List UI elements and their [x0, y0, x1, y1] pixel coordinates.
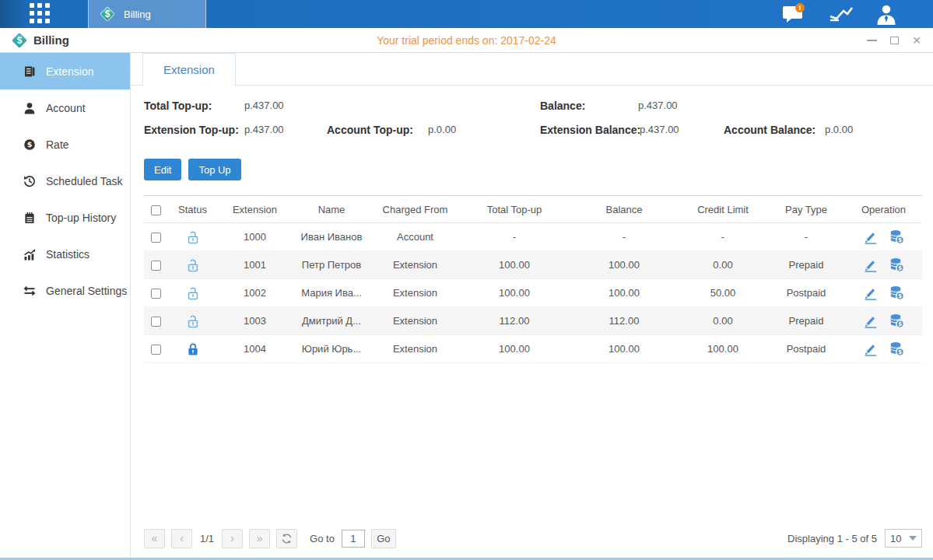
prev-page-button[interactable]: ‹ [171, 529, 192, 548]
summary-panel: Total Top-up: p.437.00 Balance: p.437.00… [131, 98, 933, 148]
page-size-value: 10 [890, 533, 901, 544]
edit-pencil-icon[interactable] [863, 230, 878, 244]
close-icon[interactable]: × [911, 35, 922, 46]
sidebar-item-label: Scheduled Task [46, 175, 123, 187]
balance-cell: 100.00 [570, 279, 679, 307]
row-checkbox[interactable] [151, 261, 161, 271]
account-balance-label: Account Balance: [724, 124, 815, 136]
charged-from-cell: Account [371, 223, 459, 251]
sidebar-item-topup-history[interactable]: Top-up History [0, 199, 130, 236]
row-checkbox[interactable] [151, 345, 161, 355]
edit-pencil-icon[interactable] [863, 314, 878, 328]
sidebar-item-account[interactable]: Account [0, 89, 130, 126]
topup-coins-icon[interactable]: $ [889, 341, 905, 356]
apps-grid-icon[interactable] [30, 3, 51, 25]
balance-cell: - [570, 223, 679, 251]
unlocked-icon [186, 314, 200, 328]
window-controls: × [866, 35, 922, 46]
extension-icon [23, 65, 36, 78]
extension-topup-label: Extension Top-up: [144, 124, 239, 136]
messages-icon[interactable]: ! [782, 3, 807, 25]
total-topup-cell: - [459, 223, 570, 251]
refresh-icon[interactable] [276, 529, 297, 548]
name-cell: Иван Иванов [292, 223, 371, 251]
account-topup-value: p.0.00 [428, 124, 456, 135]
main-content: Extension Total Top-up: p.437.00 Balance… [131, 53, 933, 558]
maximize-icon[interactable] [889, 35, 900, 46]
unlocked-icon [186, 230, 200, 244]
first-page-button[interactable]: « [144, 529, 165, 548]
table-row: 1001 Петр Петров Extension 100.00 100.00… [144, 251, 922, 279]
account-balance-value: p.0.00 [825, 124, 853, 135]
pay-type-cell: Prepaid [767, 307, 845, 335]
sidebar-item-extension[interactable]: Extension [0, 53, 130, 89]
total-topup-label: Total Top-up: [144, 100, 212, 112]
status-cell [167, 223, 218, 251]
row-checkbox[interactable] [151, 317, 161, 327]
edit-pencil-icon[interactable] [863, 258, 878, 272]
edit-pencil-icon[interactable] [863, 286, 878, 300]
select-all-checkbox[interactable] [151, 205, 161, 215]
unlocked-icon [186, 258, 200, 272]
sidebar-item-scheduled-task[interactable]: Scheduled Task [0, 163, 130, 199]
sidebar-item-label: Top-up History [46, 212, 116, 224]
col-pay-type: Pay Type [767, 196, 845, 223]
total-topup-value: p.437.00 [244, 100, 284, 111]
svg-text:$: $ [897, 236, 901, 243]
total-topup-cell: 100.00 [459, 279, 570, 307]
sidebar-item-label: General Settings [46, 285, 127, 297]
name-cell: Петр Петров [292, 251, 371, 279]
chevron-down-icon [909, 536, 917, 541]
statistics-icon[interactable] [828, 5, 854, 23]
page-size-dropdown[interactable]: 10 [885, 529, 922, 548]
displaying-text: Displaying 1 - 5 of 5 [787, 533, 877, 544]
total-topup-cell: 100.00 [459, 251, 570, 279]
sidebar-item-label: Rate [46, 138, 69, 151]
sidebar-item-statistics[interactable]: Statistics [0, 236, 130, 272]
last-page-button[interactable]: » [249, 529, 270, 548]
edit-button[interactable]: Edit [144, 159, 181, 180]
goto-page-input[interactable] [342, 530, 365, 548]
topup-coins-icon[interactable]: $ [889, 229, 905, 244]
credit-limit-cell: 100.00 [679, 335, 767, 363]
sidebar: Extension Account $ Rate [0, 53, 131, 558]
topup-coins-icon[interactable]: $ [889, 285, 905, 300]
charged-from-cell: Extension [371, 335, 459, 363]
billing-app-window: $ Billing ! [0, 0, 933, 560]
edit-pencil-icon[interactable] [863, 342, 878, 356]
statistics-icon [23, 248, 36, 261]
top-up-button[interactable]: Top Up [188, 159, 240, 180]
total-topup-cell: 112.00 [459, 307, 570, 335]
operation-cell: $ [845, 279, 922, 306]
operation-cell: $ [845, 251, 922, 278]
table-row: 1002 Мария Ива... Extension 100.00 100.0… [144, 279, 922, 307]
extension-cell: 1001 [218, 251, 292, 279]
col-charged-from: Charged From [371, 196, 459, 223]
topup-coins-icon[interactable]: $ [889, 313, 905, 328]
topbar-right: ! [782, 0, 933, 28]
topbar: $ Billing ! [0, 0, 933, 28]
svg-text:$: $ [897, 320, 901, 327]
svg-text:$: $ [897, 264, 901, 271]
table-row: 1003 Дмитрий Д... Extension 112.00 112.0… [144, 307, 922, 335]
sidebar-item-general-settings[interactable]: General Settings [0, 272, 130, 309]
extension-table-wrap: Status Extension Name Charged From Total… [144, 195, 922, 363]
extension-table-body: 1000 Иван Иванов Account - - - - [144, 223, 922, 363]
row-checkbox[interactable] [151, 289, 161, 299]
go-button[interactable]: Go [371, 529, 396, 548]
topup-coins-icon[interactable]: $ [889, 257, 905, 272]
tab-extension[interactable]: Extension [142, 53, 236, 86]
extension-cell: 1003 [218, 307, 292, 335]
account-topup-label: Account Top-up: [327, 124, 413, 136]
action-buttons: Edit Top Up [144, 159, 933, 180]
col-total-topup: Total Top-up [459, 196, 570, 223]
next-page-button[interactable]: › [222, 529, 243, 548]
charged-from-cell: Extension [371, 307, 459, 335]
row-checkbox[interactable] [151, 233, 161, 243]
sidebar-item-rate[interactable]: $ Rate [0, 126, 130, 163]
app-tab-billing[interactable]: $ Billing [88, 0, 206, 28]
credit-limit-cell: 50.00 [679, 279, 767, 307]
svg-text:!: ! [799, 4, 801, 12]
user-icon[interactable] [875, 4, 897, 25]
minimize-icon[interactable] [866, 35, 877, 46]
